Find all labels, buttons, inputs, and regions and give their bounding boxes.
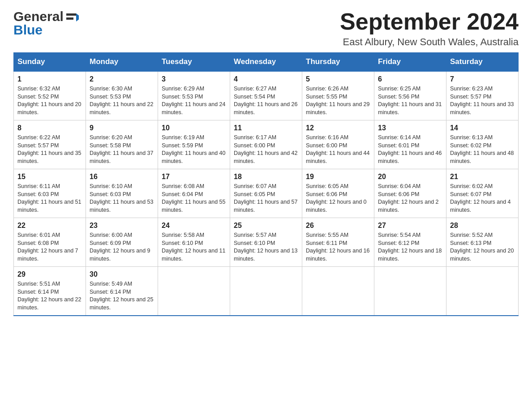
logo-general-text: General (13, 9, 64, 24)
day-number: 16 (90, 173, 154, 181)
day-info: Sunrise: 6:26 AMSunset: 5:55 PMDaylight:… (306, 85, 370, 116)
svg-rect-1 (66, 13, 76, 16)
calendar-cell: 19Sunrise: 6:05 AMSunset: 6:06 PMDayligh… (302, 169, 374, 218)
day-info: Sunrise: 5:52 AMSunset: 6:13 PMDaylight:… (450, 231, 515, 263)
day-info: Sunrise: 6:19 AMSunset: 5:59 PMDaylight:… (162, 134, 226, 165)
day-number: 15 (17, 173, 82, 181)
calendar-cell: 8Sunrise: 6:22 AMSunset: 5:57 PMDaylight… (14, 120, 86, 169)
day-number: 19 (306, 173, 370, 181)
logo-triangle-icon (64, 10, 79, 23)
day-number: 18 (234, 173, 298, 181)
calendar-cell: 6Sunrise: 6:25 AMSunset: 5:56 PMDaylight… (374, 71, 446, 120)
day-info: Sunrise: 5:54 AMSunset: 6:12 PMDaylight:… (378, 231, 442, 263)
month-title: September 2024 (340, 9, 519, 34)
title-area: September 2024 East Albury, New South Wa… (340, 9, 519, 48)
day-number: 10 (162, 124, 226, 132)
day-info: Sunrise: 6:25 AMSunset: 5:56 PMDaylight:… (378, 85, 442, 116)
day-info: Sunrise: 5:55 AMSunset: 6:11 PMDaylight:… (306, 231, 370, 263)
day-info: Sunrise: 6:29 AMSunset: 5:53 PMDaylight:… (162, 85, 226, 116)
day-number: 22 (17, 222, 82, 230)
day-info: Sunrise: 5:51 AMSunset: 6:14 PMDaylight:… (17, 280, 82, 312)
day-number: 1 (17, 75, 82, 83)
day-number: 14 (450, 124, 515, 132)
day-number: 8 (17, 124, 82, 132)
calendar-week-row: 1Sunrise: 6:32 AMSunset: 5:52 PMDaylight… (14, 71, 519, 120)
location-subtitle: East Albury, New South Wales, Australia (340, 36, 519, 48)
weekday-header-thursday: Thursday (302, 53, 374, 72)
day-number: 4 (234, 75, 298, 83)
day-number: 7 (450, 75, 515, 83)
calendar-cell: 27Sunrise: 5:54 AMSunset: 6:12 PMDayligh… (374, 218, 446, 267)
calendar-week-row: 8Sunrise: 6:22 AMSunset: 5:57 PMDaylight… (14, 120, 519, 169)
weekday-header-tuesday: Tuesday (158, 53, 230, 72)
calendar-cell: 22Sunrise: 6:01 AMSunset: 6:08 PMDayligh… (14, 218, 86, 267)
day-info: Sunrise: 6:22 AMSunset: 5:57 PMDaylight:… (17, 134, 82, 165)
day-info: Sunrise: 6:27 AMSunset: 5:54 PMDaylight:… (234, 85, 298, 116)
day-info: Sunrise: 6:17 AMSunset: 6:00 PMDaylight:… (234, 134, 298, 165)
calendar-cell: 1Sunrise: 6:32 AMSunset: 5:52 PMDaylight… (14, 71, 86, 120)
calendar-cell: 13Sunrise: 6:14 AMSunset: 6:01 PMDayligh… (374, 120, 446, 169)
day-info: Sunrise: 6:14 AMSunset: 6:01 PMDaylight:… (378, 134, 442, 165)
day-number: 23 (90, 222, 154, 230)
calendar-cell: 30Sunrise: 5:49 AMSunset: 6:14 PMDayligh… (86, 267, 158, 316)
calendar-cell: 18Sunrise: 6:07 AMSunset: 6:05 PMDayligh… (230, 169, 302, 218)
calendar-cell (230, 267, 302, 316)
day-number: 3 (162, 75, 226, 83)
calendar-cell: 16Sunrise: 6:10 AMSunset: 6:03 PMDayligh… (86, 169, 158, 218)
day-info: Sunrise: 6:23 AMSunset: 5:57 PMDaylight:… (450, 85, 515, 116)
calendar-cell: 14Sunrise: 6:13 AMSunset: 6:02 PMDayligh… (446, 120, 519, 169)
day-number: 6 (378, 75, 442, 83)
calendar-cell: 25Sunrise: 5:57 AMSunset: 6:10 PMDayligh… (230, 218, 302, 267)
day-info: Sunrise: 6:00 AMSunset: 6:09 PMDaylight:… (90, 231, 154, 263)
calendar-cell (302, 267, 374, 316)
day-info: Sunrise: 6:02 AMSunset: 6:07 PMDaylight:… (450, 183, 515, 214)
calendar-week-row: 22Sunrise: 6:01 AMSunset: 6:08 PMDayligh… (14, 218, 519, 267)
calendar-cell: 3Sunrise: 6:29 AMSunset: 5:53 PMDaylight… (158, 71, 230, 120)
calendar-cell: 15Sunrise: 6:11 AMSunset: 6:03 PMDayligh… (14, 169, 86, 218)
calendar-cell: 2Sunrise: 6:30 AMSunset: 5:53 PMDaylight… (86, 71, 158, 120)
day-number: 17 (162, 173, 226, 181)
day-info: Sunrise: 6:32 AMSunset: 5:52 PMDaylight:… (17, 85, 82, 116)
calendar-cell: 12Sunrise: 6:16 AMSunset: 6:00 PMDayligh… (302, 120, 374, 169)
day-info: Sunrise: 6:20 AMSunset: 5:58 PMDaylight:… (90, 134, 154, 165)
calendar-cell: 5Sunrise: 6:26 AMSunset: 5:55 PMDaylight… (302, 71, 374, 120)
weekday-header-sunday: Sunday (14, 53, 86, 72)
svg-marker-0 (65, 11, 78, 21)
calendar-week-row: 29Sunrise: 5:51 AMSunset: 6:14 PMDayligh… (14, 267, 519, 316)
weekday-header-friday: Friday (374, 53, 446, 72)
day-number: 27 (378, 222, 442, 230)
calendar-table: SundayMondayTuesdayWednesdayThursdayFrid… (13, 52, 519, 316)
day-number: 28 (450, 222, 515, 230)
calendar-cell: 9Sunrise: 6:20 AMSunset: 5:58 PMDaylight… (86, 120, 158, 169)
svg-rect-2 (66, 17, 73, 20)
day-info: Sunrise: 6:07 AMSunset: 6:05 PMDaylight:… (234, 183, 298, 214)
day-info: Sunrise: 6:08 AMSunset: 6:04 PMDaylight:… (162, 183, 226, 214)
day-info: Sunrise: 5:58 AMSunset: 6:10 PMDaylight:… (162, 231, 226, 263)
page-header: General Blue September 2024 East Albury,… (13, 9, 519, 48)
calendar-week-row: 15Sunrise: 6:11 AMSunset: 6:03 PMDayligh… (14, 169, 519, 218)
weekday-header-saturday: Saturday (446, 53, 519, 72)
day-info: Sunrise: 6:05 AMSunset: 6:06 PMDaylight:… (306, 183, 370, 214)
calendar-cell: 10Sunrise: 6:19 AMSunset: 5:59 PMDayligh… (158, 120, 230, 169)
day-number: 30 (90, 270, 154, 278)
day-number: 13 (378, 124, 442, 132)
calendar-cell: 7Sunrise: 6:23 AMSunset: 5:57 PMDaylight… (446, 71, 519, 120)
calendar-cell: 23Sunrise: 6:00 AMSunset: 6:09 PMDayligh… (86, 218, 158, 267)
day-number: 24 (162, 222, 226, 230)
calendar-cell (374, 267, 446, 316)
calendar-cell: 20Sunrise: 6:04 AMSunset: 6:06 PMDayligh… (374, 169, 446, 218)
day-number: 21 (450, 173, 515, 181)
calendar-cell: 4Sunrise: 6:27 AMSunset: 5:54 PMDaylight… (230, 71, 302, 120)
calendar-cell: 21Sunrise: 6:02 AMSunset: 6:07 PMDayligh… (446, 169, 519, 218)
day-info: Sunrise: 6:10 AMSunset: 6:03 PMDaylight:… (90, 183, 154, 214)
calendar-cell: 17Sunrise: 6:08 AMSunset: 6:04 PMDayligh… (158, 169, 230, 218)
calendar-cell: 29Sunrise: 5:51 AMSunset: 6:14 PMDayligh… (14, 267, 86, 316)
day-info: Sunrise: 6:04 AMSunset: 6:06 PMDaylight:… (378, 183, 442, 214)
day-number: 12 (306, 124, 370, 132)
weekday-header-row: SundayMondayTuesdayWednesdayThursdayFrid… (14, 53, 519, 72)
calendar-cell (158, 267, 230, 316)
day-number: 20 (378, 173, 442, 181)
calendar-cell: 24Sunrise: 5:58 AMSunset: 6:10 PMDayligh… (158, 218, 230, 267)
day-number: 11 (234, 124, 298, 132)
day-info: Sunrise: 6:01 AMSunset: 6:08 PMDaylight:… (17, 231, 82, 263)
